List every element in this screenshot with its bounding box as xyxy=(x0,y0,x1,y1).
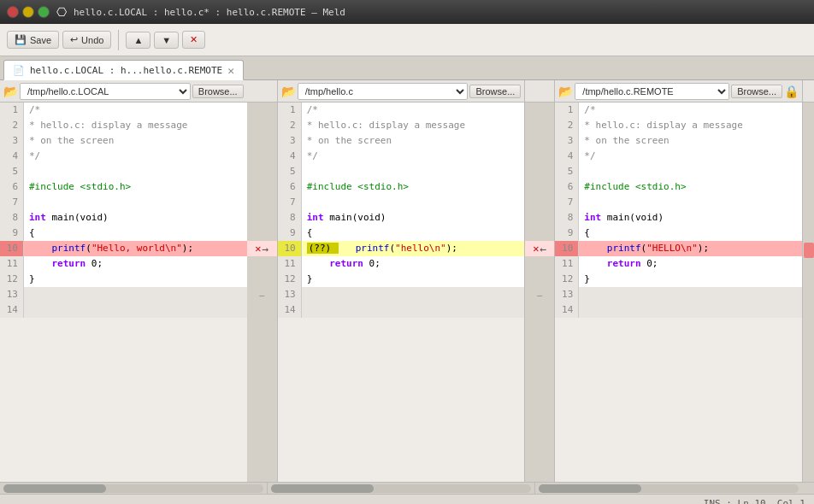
r-gutter-line-5 xyxy=(525,164,554,179)
up-button[interactable]: ▲ xyxy=(126,32,150,49)
lock-icon: 🔒 xyxy=(784,85,799,98)
left-x-button[interactable]: ✕ xyxy=(255,243,261,255)
right-arrow-button[interactable]: → xyxy=(262,243,268,255)
right-path-select[interactable]: /tmp/hello.c.REMOTE xyxy=(575,83,729,100)
h-scrollbar-track[interactable] xyxy=(3,484,263,493)
left-path-select[interactable]: /tmp/hello.c.LOCAL xyxy=(20,83,191,100)
window-controls[interactable] xyxy=(7,6,50,18)
undo-icon: ↩ xyxy=(70,34,78,45)
minimize-button[interactable] xyxy=(22,6,34,18)
r-gutter-line-13: — xyxy=(525,287,554,302)
r-gutter-line-9 xyxy=(525,226,554,241)
r-gutter-line-4 xyxy=(525,149,554,164)
right-line-1: 1 /* xyxy=(555,103,802,118)
mid-line-2: 2 * hello.c: display a message xyxy=(278,118,525,133)
left-line-14: 14 xyxy=(0,302,247,318)
mid-path-select[interactable]: /tmp/hello.c xyxy=(298,83,469,100)
left-line-2: 2 * hello.c: display a message xyxy=(0,118,247,133)
gutter-line-6 xyxy=(247,179,277,195)
left-line-13: 13 xyxy=(0,287,247,302)
down-icon: ▼ xyxy=(162,35,171,45)
left-line-12: 12 } xyxy=(0,272,247,287)
h-scrollbar-thumb[interactable] xyxy=(3,484,106,493)
h-scrollbar-track-area[interactable] xyxy=(0,483,267,494)
right-gutter-header xyxy=(525,80,554,103)
left-code-area: 1 /* 2 * hello.c: display a message 3 * … xyxy=(0,103,247,482)
main-tab[interactable]: 📄 hello.c.LOCAL : h...hello.c.REMOTE ✕ xyxy=(3,60,244,80)
diff-container: 📂 /tmp/hello.c.LOCAL Browse... 1 /* 2 * … xyxy=(0,80,814,482)
gutter-line-4 xyxy=(247,149,277,164)
status-text: INS : Ln 10, Col 1 xyxy=(704,498,805,504)
gutter-line-5 xyxy=(247,164,277,179)
r-gutter-line-1 xyxy=(525,103,554,118)
mid-pane-header: 📂 /tmp/hello.c Browse... xyxy=(278,80,525,103)
mid-pane: 📂 /tmp/hello.c Browse... 1 /* 2 * hello.… xyxy=(278,80,525,482)
mid-h-scrollbar-thumb[interactable] xyxy=(271,484,374,493)
right-line-8: 8 int main(void) xyxy=(555,210,802,226)
right-pane: 📂 /tmp/hello.c.REMOTE Browse... 🔒 1 /* 2… xyxy=(555,80,802,482)
close-button[interactable] xyxy=(7,6,19,18)
left-browse-button[interactable]: Browse... xyxy=(192,85,244,98)
gutter-line-10[interactable]: ✕ → xyxy=(247,241,277,256)
r-gutter-line-8 xyxy=(525,210,554,226)
right-line-9: 9 { xyxy=(555,226,802,241)
mid-line-12: 12 } xyxy=(278,272,525,287)
right-h-scrollbar-track[interactable] xyxy=(539,484,799,493)
right-line-11: 11 return 0; xyxy=(555,256,802,272)
minimap-header xyxy=(803,80,814,103)
gutter-line-9 xyxy=(247,226,277,241)
stop-icon: ✕ xyxy=(190,34,198,45)
right-line-2: 2 * hello.c: display a message xyxy=(555,118,802,133)
stop-button[interactable]: ✕ xyxy=(182,31,205,49)
right-line-14: 14 xyxy=(555,302,802,318)
mid-line-13: 13 xyxy=(278,287,525,302)
status-bar: INS : Ln 10, Col 1 xyxy=(0,494,814,504)
left-arrow-button[interactable]: ← xyxy=(540,243,547,255)
left-line-10: 10 printf("Hello, world\n"); xyxy=(0,241,247,256)
left-gutter-lines: ✕ → — xyxy=(247,103,277,482)
undo-button[interactable]: ↩ Undo xyxy=(62,31,111,49)
right-browse-button[interactable]: Browse... xyxy=(731,85,782,98)
right-pane-header: 📂 /tmp/hello.c.REMOTE Browse... 🔒 xyxy=(555,80,802,103)
r-gutter-line-12 xyxy=(525,272,554,287)
r-gutter-line-10[interactable]: ✕ ← xyxy=(525,241,554,256)
right-line-10: 10 printf("HELLO\n"); xyxy=(555,241,802,256)
mid-line-3: 3 * on the screen xyxy=(278,133,525,149)
mid-h-scrollbar-track[interactable] xyxy=(271,484,531,493)
right-line-6: 6 #include <stdio.h> xyxy=(555,179,802,195)
r-gutter-line-2 xyxy=(525,118,554,133)
mid-h-scrollbar[interactable] xyxy=(267,483,534,494)
right-h-scrollbar[interactable] xyxy=(534,483,802,494)
maximize-button[interactable] xyxy=(38,6,50,18)
mid-line-1: 1 /* xyxy=(278,103,525,118)
left-line-4: 4 */ xyxy=(0,149,247,164)
mid-path-icon: 📂 xyxy=(281,85,296,98)
right-gutter-lines: ✕ ← — xyxy=(525,103,554,482)
r-gutter-line-11 xyxy=(525,256,554,272)
right-code-area: 1 /* 2 * hello.c: display a message 3 * … xyxy=(555,103,802,482)
save-icon: 💾 xyxy=(15,34,27,45)
scrollbar-corner xyxy=(802,483,814,494)
left-line-6: 6 #include <stdio.h> xyxy=(0,179,247,195)
left-pane-content: 1 /* 2 * hello.c: display a message 3 * … xyxy=(0,103,247,482)
h-scrollbar-container xyxy=(0,482,814,494)
right-h-scrollbar-thumb[interactable] xyxy=(539,484,641,493)
mid-code-area: 1 /* 2 * hello.c: display a message 3 * … xyxy=(278,103,525,482)
left-line-7: 7 xyxy=(0,195,247,210)
right-line-13: 13 xyxy=(555,287,802,302)
save-button[interactable]: 💾 Save xyxy=(7,31,59,49)
left-pane: 📂 /tmp/hello.c.LOCAL Browse... 1 /* 2 * … xyxy=(0,80,247,482)
right-line-5: 5 xyxy=(555,164,802,179)
minimap[interactable] xyxy=(802,80,814,482)
mid-browse-button[interactable]: Browse... xyxy=(469,85,521,98)
tab-close-button[interactable]: ✕ xyxy=(227,65,234,76)
minimap-marker xyxy=(804,243,814,258)
mid-line-8: 8 int main(void) xyxy=(278,210,525,226)
mid-line-14: 14 xyxy=(278,302,525,318)
right-pane-content: 1 /* 2 * hello.c: display a message 3 * … xyxy=(555,103,802,482)
down-button[interactable]: ▼ xyxy=(154,32,179,49)
right-x-button[interactable]: ✕ xyxy=(533,243,539,255)
mid-line-7: 7 xyxy=(278,195,525,210)
right-path-icon: 📂 xyxy=(558,85,573,98)
mid-pane-content: 1 /* 2 * hello.c: display a message 3 * … xyxy=(278,103,525,482)
